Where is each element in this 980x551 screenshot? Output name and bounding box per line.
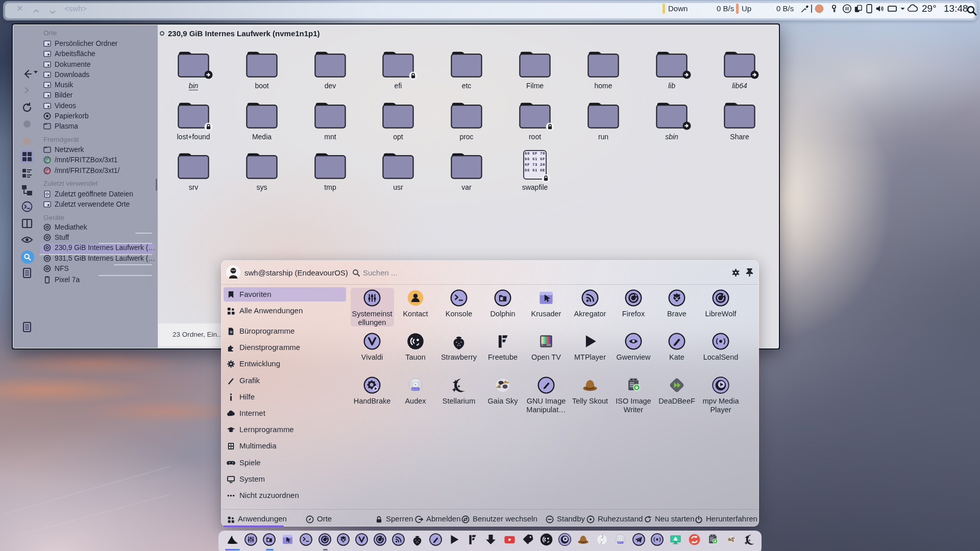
svg-text:AUDEX: AUDEX <box>618 541 623 543</box>
svg-text:AUDEX: AUDEX <box>412 388 419 390</box>
